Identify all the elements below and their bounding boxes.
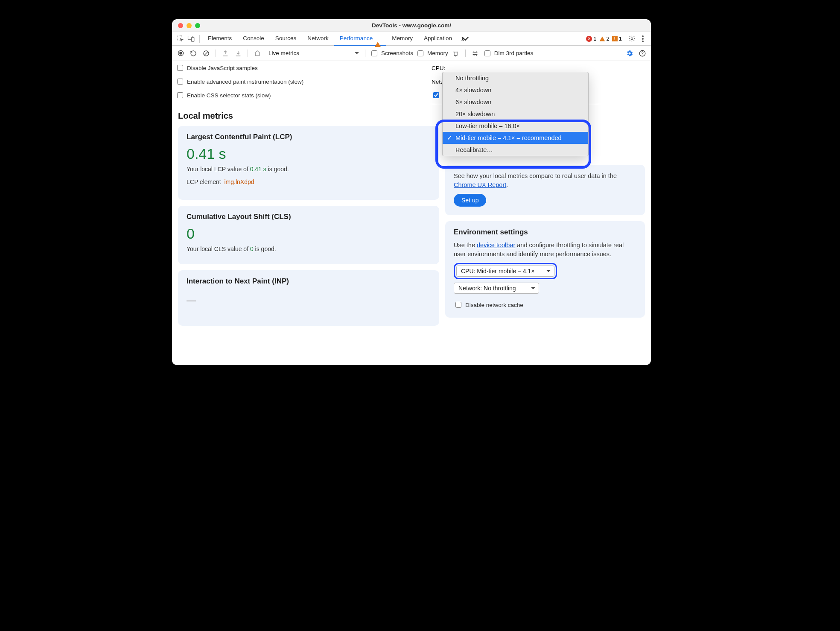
settings-gear-icon[interactable] bbox=[626, 33, 637, 44]
gc-icon[interactable] bbox=[451, 48, 461, 58]
lcp-value: 0.41 s bbox=[187, 146, 431, 162]
error-icon: × bbox=[586, 36, 592, 42]
crx-promo-card: See how your local metrics compare to re… bbox=[445, 165, 645, 215]
upload-icon[interactable] bbox=[220, 48, 230, 58]
cls-description: Your local CLS value of 0 is good. bbox=[187, 245, 431, 252]
lcp-title: Largest Contentful Paint (LCP) bbox=[187, 133, 431, 141]
issue-icon: ! bbox=[612, 36, 618, 41]
lcp-card: Largest Contentful Paint (LCP) 0.41 s Yo… bbox=[178, 126, 439, 200]
dd-item-4x[interactable]: 4× slowdown bbox=[443, 84, 588, 96]
svg-point-4 bbox=[642, 35, 644, 37]
tabstrip: Elements Console Sources Network Perform… bbox=[172, 32, 651, 46]
svg-point-6 bbox=[642, 41, 644, 42]
panel-settings-gear-icon[interactable] bbox=[624, 48, 635, 58]
enable-css-selector-stats-checkbox[interactable]: Enable CSS selector stats (slow) bbox=[175, 90, 406, 100]
tab-console[interactable]: Console bbox=[237, 32, 270, 46]
dd-item-20x[interactable]: 20× slowdown bbox=[443, 108, 588, 120]
lcp-element[interactable]: LCP element img.lnXdpd bbox=[187, 178, 431, 185]
cpu-select-highlight: CPU: Mid-tier mobile – 4.1× bbox=[454, 263, 557, 279]
inp-title: Interaction to Next Paint (INP) bbox=[187, 277, 431, 286]
svg-point-13 bbox=[642, 55, 643, 56]
device-toolbar-link[interactable]: device toolbar bbox=[477, 242, 515, 248]
environment-settings-title: Environment settings bbox=[454, 228, 636, 237]
enable-advanced-paint-checkbox[interactable]: Enable advanced paint instrumentation (s… bbox=[175, 76, 406, 87]
performance-toolbar: Live metrics Screenshots Memory Dim 3rd … bbox=[172, 46, 651, 61]
warning-icon bbox=[599, 36, 605, 41]
disable-network-cache-checkbox[interactable]: Disable network cache bbox=[454, 301, 636, 309]
lcp-description: Your local LCP value of 0.41 s is good. bbox=[187, 166, 431, 172]
dd-item-mid-tier[interactable]: Mid-tier mobile – 4.1× – recommended bbox=[443, 132, 588, 144]
screenshots-checkbox[interactable]: Screenshots bbox=[370, 49, 413, 58]
record-icon[interactable] bbox=[175, 48, 186, 58]
chrome-ux-report-link[interactable]: Chrome UX Report bbox=[454, 181, 506, 188]
cpu-throttling-dropdown[interactable]: No throttling 4× slowdown 6× slowdown 20… bbox=[442, 72, 589, 156]
reload-icon[interactable] bbox=[188, 48, 198, 58]
home-icon[interactable] bbox=[252, 48, 262, 58]
tab-network[interactable]: Network bbox=[302, 32, 334, 46]
svg-rect-11 bbox=[454, 52, 457, 56]
disable-js-samples-checkbox[interactable]: Disable JavaScript samples bbox=[175, 63, 406, 73]
cls-value: 0 bbox=[187, 225, 431, 242]
setup-button[interactable]: Set up bbox=[454, 194, 486, 207]
dd-item-recalibrate[interactable]: Recalibrate… bbox=[443, 144, 588, 156]
dd-item-low-tier[interactable]: Low-tier mobile – 16.0× bbox=[443, 120, 588, 132]
layout-icon[interactable] bbox=[470, 48, 480, 58]
help-icon[interactable] bbox=[637, 48, 648, 58]
environment-settings-card: Environment settings Use the device tool… bbox=[445, 221, 645, 318]
dim3p-checkbox[interactable]: Dim 3rd parties bbox=[483, 49, 534, 58]
tab-application[interactable]: Application bbox=[418, 32, 458, 46]
svg-line-10 bbox=[204, 51, 208, 55]
network-throttling-select[interactable]: Network: No throttling bbox=[454, 283, 539, 294]
clear-icon[interactable] bbox=[201, 48, 211, 58]
svg-point-5 bbox=[642, 38, 644, 40]
download-icon[interactable] bbox=[233, 48, 243, 58]
local-metrics-heading: Local metrics bbox=[178, 111, 439, 121]
inp-card: Interaction to Next Paint (INP) — bbox=[178, 270, 439, 326]
memory-checkbox[interactable]: Memory bbox=[416, 49, 448, 58]
maximize-icon[interactable] bbox=[195, 23, 200, 28]
environment-settings-copy: Use the device toolbar and configure thr… bbox=[454, 241, 636, 259]
svg-point-3 bbox=[631, 38, 633, 39]
device-toolbar-icon[interactable] bbox=[186, 33, 197, 44]
inp-value-empty: — bbox=[187, 295, 431, 306]
cls-title: Cumulative Layout Shift (CLS) bbox=[187, 213, 431, 221]
view-select[interactable]: Live metrics bbox=[267, 49, 361, 58]
window-title: DevTools - www.google.com/ bbox=[172, 22, 651, 29]
tab-performance[interactable]: Performance bbox=[334, 32, 386, 46]
svg-point-8 bbox=[179, 52, 182, 55]
inspect-icon[interactable] bbox=[175, 33, 186, 44]
close-icon[interactable] bbox=[178, 23, 183, 28]
tab-memory[interactable]: Memory bbox=[386, 32, 418, 46]
tab-sources[interactable]: Sources bbox=[270, 32, 302, 46]
titlebar: DevTools - www.google.com/ bbox=[172, 19, 651, 32]
cpu-throttling-select[interactable]: CPU: Mid-tier mobile – 4.1× bbox=[456, 266, 554, 277]
crx-promo-text: See how your local metrics compare to re… bbox=[454, 172, 636, 190]
svg-rect-2 bbox=[192, 38, 194, 42]
more-tabs-icon[interactable]: » bbox=[458, 33, 469, 44]
tab-elements[interactable]: Elements bbox=[202, 32, 237, 46]
dd-item-6x[interactable]: 6× slowdown bbox=[443, 96, 588, 108]
status-badges[interactable]: ×1 2 !1 bbox=[586, 35, 622, 42]
dd-item-no-throttling[interactable]: No throttling bbox=[443, 72, 588, 84]
cls-card: Cumulative Layout Shift (CLS) 0 Your loc… bbox=[178, 206, 439, 264]
more-menu-icon[interactable] bbox=[637, 33, 648, 44]
minimize-icon[interactable] bbox=[187, 23, 192, 28]
warning-icon bbox=[375, 35, 381, 47]
